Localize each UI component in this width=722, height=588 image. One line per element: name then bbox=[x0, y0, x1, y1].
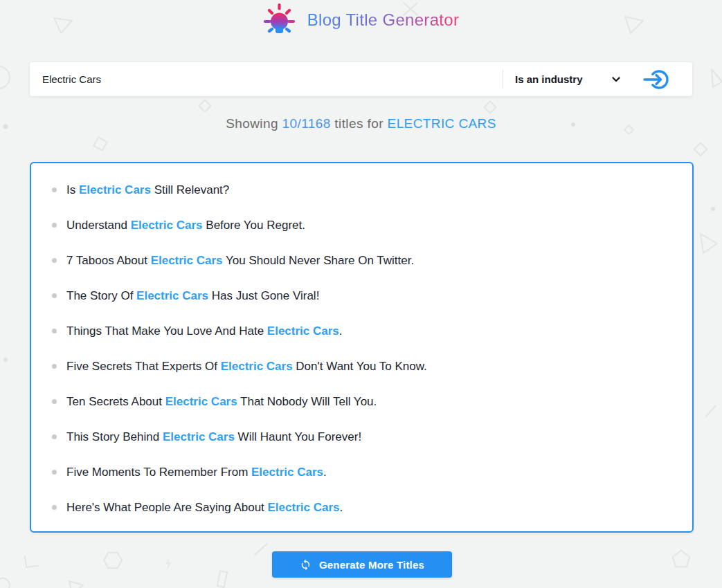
results-panel: Is Electric Cars Still Relevant? Underst… bbox=[30, 162, 694, 533]
title-text: Understand bbox=[66, 219, 131, 232]
bullet-icon bbox=[52, 470, 57, 475]
title-text: That Nobody Will Tell You. bbox=[237, 395, 377, 408]
refresh-icon bbox=[300, 559, 312, 571]
title-text: Five Secrets That Experts Of bbox=[66, 360, 221, 373]
title-keyword: Electric Cars bbox=[165, 395, 237, 408]
status-line: Showing 10/1168 titles for ELECTRIC CARS bbox=[0, 116, 722, 131]
title-keyword: Electric Cars bbox=[267, 324, 339, 338]
lightbulb-icon bbox=[263, 3, 296, 37]
bullet-icon bbox=[52, 258, 57, 263]
title-text: . bbox=[339, 324, 343, 338]
title-text: Things That Make You Love And Hate bbox=[66, 324, 267, 338]
bullet-icon bbox=[52, 329, 57, 333]
title-text: Has Just Gone Viral! bbox=[208, 289, 319, 302]
status-count: 10/1168 bbox=[282, 116, 331, 131]
bullet-icon bbox=[52, 223, 57, 228]
title-keyword: Electric Cars bbox=[136, 289, 208, 302]
title-keyword: Electric Cars bbox=[151, 254, 223, 267]
title-text: This Story Behind bbox=[66, 430, 163, 443]
keyword-input[interactable] bbox=[30, 62, 503, 96]
title-list: Is Electric Cars Still Relevant? Underst… bbox=[51, 172, 671, 525]
bullet-icon bbox=[52, 364, 57, 369]
title-type-value: Is an industry bbox=[515, 73, 583, 85]
title-item: Five Secrets That Experts Of Electric Ca… bbox=[51, 349, 671, 384]
title-text: Here's What People Are Saying About bbox=[66, 501, 268, 514]
status-prefix: Showing bbox=[226, 116, 278, 131]
title-text: You Should Never Share On Twitter. bbox=[223, 254, 415, 267]
generate-more-button[interactable]: Generate More Titles bbox=[272, 551, 452, 578]
title-text: . bbox=[339, 501, 343, 514]
bullet-icon bbox=[52, 399, 57, 404]
title-item: Is Electric Cars Still Relevant? bbox=[51, 172, 671, 208]
bullet-icon bbox=[52, 293, 57, 298]
title-text: Will Haunt You Forever! bbox=[235, 430, 361, 443]
header: Blog Title Generator bbox=[0, 3, 722, 37]
title-text: Don't Want You To Know. bbox=[293, 360, 427, 373]
bullet-icon bbox=[52, 434, 57, 439]
title-keyword: Electric Cars bbox=[221, 360, 293, 373]
search-bar: Is an industry bbox=[30, 62, 692, 96]
title-item: Things That Make You Love And Hate Elect… bbox=[51, 313, 671, 349]
title-text: Ten Secrets About bbox=[66, 395, 165, 408]
bullet-icon bbox=[52, 187, 57, 192]
title-text: Five Moments To Remember From bbox=[66, 466, 251, 479]
title-text: Still Relevant? bbox=[151, 183, 229, 196]
generate-more-label: Generate More Titles bbox=[319, 559, 424, 571]
bullet-icon bbox=[52, 505, 57, 510]
title-text: . bbox=[323, 466, 327, 479]
title-text: Is bbox=[66, 183, 79, 196]
page-title: Blog Title Generator bbox=[307, 10, 459, 30]
status-infix: titles for bbox=[334, 116, 383, 131]
title-text: Before You Regret. bbox=[203, 219, 305, 232]
title-item: The Story Of Electric Cars Has Just Gone… bbox=[51, 278, 671, 313]
title-keyword: Electric Cars bbox=[163, 430, 235, 443]
title-item: 7 Taboos About Electric Cars You Should … bbox=[51, 243, 671, 278]
title-keyword: Electric Cars bbox=[79, 183, 151, 196]
title-keyword: Electric Cars bbox=[251, 466, 323, 479]
chevron-down-icon bbox=[612, 77, 620, 82]
submit-button[interactable] bbox=[620, 62, 692, 96]
divider bbox=[503, 70, 503, 89]
title-item: Ten Secrets About Electric Cars That Nob… bbox=[51, 384, 671, 419]
title-type-select[interactable]: Is an industry bbox=[515, 73, 620, 85]
title-text: 7 Taboos About bbox=[66, 254, 151, 267]
status-keyword: ELECTRIC CARS bbox=[388, 116, 496, 131]
title-item: This Story Behind Electric Cars Will Hau… bbox=[51, 419, 671, 454]
title-text: The Story Of bbox=[66, 289, 136, 302]
title-item: Understand Electric Cars Before You Regr… bbox=[51, 208, 671, 243]
title-item: Here's What People Are Saying About Elec… bbox=[51, 490, 671, 525]
title-keyword: Electric Cars bbox=[131, 219, 203, 232]
title-keyword: Electric Cars bbox=[268, 501, 340, 514]
title-item: Five Moments To Remember From Electric C… bbox=[51, 454, 671, 490]
login-arrow-icon bbox=[642, 68, 670, 91]
